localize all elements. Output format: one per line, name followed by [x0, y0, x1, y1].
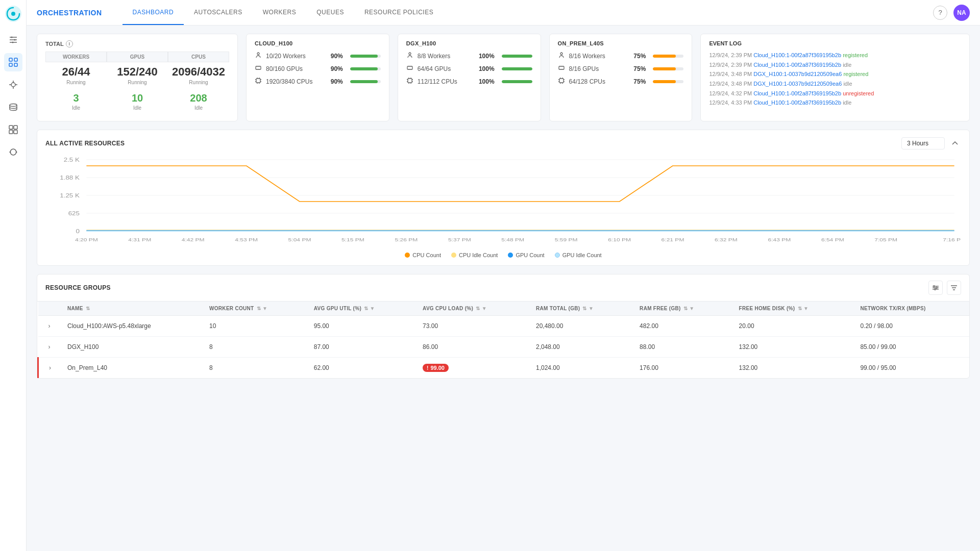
chart-legend: CPU Count CPU Idle Count GPU Count GPU I…	[45, 252, 961, 258]
total-info-icon[interactable]: i	[66, 40, 73, 47]
cloud-h100-workers-row: 10/20 Workers 90%	[255, 52, 381, 60]
sidebar-item-orchestration[interactable]	[4, 53, 22, 71]
event-log-list: 12/9/24, 2:39 PM Cloud_H100:1-00f2a87f36…	[709, 51, 961, 108]
cloud-h100-workers-pct: 90%	[325, 53, 343, 60]
expand-col: ›	[38, 337, 62, 358]
svg-point-57	[936, 287, 938, 289]
workers-icon	[255, 52, 262, 60]
svg-point-56	[934, 286, 935, 287]
worker-count-col: 10	[203, 316, 308, 337]
cloud-h100-gpus-row: 80/160 GPUs 90%	[255, 64, 381, 73]
ram-free-col: 88.00	[633, 337, 732, 358]
top-right-actions: ? NA	[933, 5, 970, 21]
on-prem-gpu-icon	[558, 64, 565, 73]
chart-collapse-button[interactable]	[949, 137, 961, 149]
svg-text:4:20 PM: 4:20 PM	[75, 237, 98, 242]
help-icon[interactable]: ?	[933, 6, 947, 20]
svg-rect-8	[14, 63, 17, 66]
sidebar-item-pipelines[interactable]	[4, 31, 22, 49]
cpus-idle: 208	[168, 89, 229, 105]
svg-point-3	[14, 39, 15, 41]
dgx-h100-cpus-row: 112/112 CPUs 100%	[406, 77, 532, 86]
svg-text:7:05 PM: 7:05 PM	[874, 237, 897, 242]
user-avatar[interactable]: NA	[953, 5, 970, 21]
svg-point-9	[11, 83, 15, 87]
expand-col: ›	[38, 316, 62, 337]
resource-groups-title: RESOURCE GROUPS	[45, 284, 111, 291]
th-network[interactable]: NETWORK Tx/Rx (MBps)	[854, 302, 969, 316]
on-prem-workers-icon	[558, 52, 565, 60]
th-ram-total[interactable]: RAM TOTAL (GB) ⇅ ▼	[530, 302, 633, 316]
avg-gpu-util-col: 95.00	[308, 316, 416, 337]
tab-workers[interactable]: WORKERS	[253, 0, 307, 25]
svg-text:6:43 PM: 6:43 PM	[768, 237, 791, 242]
th-name[interactable]: NAME ⇅	[61, 302, 203, 316]
workers-idle: 3	[45, 89, 107, 105]
name-col: DGX_H100	[61, 337, 203, 358]
legend-gpu-idle-count-label: GPU Idle Count	[562, 252, 602, 258]
svg-rect-18	[256, 66, 261, 69]
cloud-h100-cpus-row: 1920/3840 CPUs 90%	[255, 77, 381, 86]
svg-rect-21	[407, 66, 412, 69]
app-title: ORCHESTRATION	[37, 9, 102, 17]
main-area: ORCHESTRATION DASHBOARD AUTOSCALERS WORK…	[27, 0, 980, 551]
event-log-box: EVENT LOG 12/9/24, 2:39 PM Cloud_H100:1-…	[700, 34, 970, 121]
th-free-home-disk[interactable]: FREE HOME DISK (%) ⇅ ▼	[733, 302, 854, 316]
cloud-h100-gpus-bar	[350, 67, 381, 70]
legend-cpu-count: CPU Count	[405, 252, 441, 258]
on-prem-cpus-label: 64/128 CPUs	[569, 78, 624, 85]
svg-rect-14	[14, 130, 17, 134]
worker-count-col: 8	[203, 358, 308, 379]
svg-rect-11	[9, 126, 13, 129]
svg-text:4:53 PM: 4:53 PM	[235, 237, 258, 242]
tab-autoscalers[interactable]: AUTOSCALERS	[184, 0, 253, 25]
dgx-h100-title: DGX_H100	[406, 40, 532, 46]
expand-button[interactable]: ›	[44, 321, 55, 331]
workers-running: 26/44	[45, 62, 107, 80]
time-range-select[interactable]: 1 Hour 3 Hours 6 Hours 12 Hours 24 Hours	[901, 137, 945, 149]
svg-text:625: 625	[68, 211, 80, 217]
ram-total-col: 20,480.00	[530, 316, 633, 337]
expand-button[interactable]: ›	[45, 363, 55, 373]
resource-groups-filter-button[interactable]	[947, 281, 961, 295]
resource-groups-section: RESOURCE GROUPS	[37, 274, 970, 379]
cpu-icon	[255, 77, 262, 86]
alert-badge: ! 99.00	[423, 364, 449, 372]
th-worker-count[interactable]: WORKER COUNT ⇅ ▼	[203, 302, 308, 316]
legend-gpu-count-label: GPU Count	[516, 252, 544, 258]
svg-text:5:04 PM: 5:04 PM	[288, 237, 311, 242]
sidebar-item-applications[interactable]	[4, 120, 22, 139]
svg-rect-13	[9, 130, 13, 134]
legend-cpu-idle-count-dot	[451, 253, 456, 258]
resource-groups-settings-button[interactable]	[928, 281, 943, 295]
chart-canvas-wrap: 0 625 1.25 K 1.88 K 2.5 K 4:20 PM 4:	[45, 155, 961, 248]
resource-groups-header: RESOURCE GROUPS	[37, 274, 969, 302]
th-ram-free[interactable]: RAM FREE (GB) ⇅ ▼	[633, 302, 732, 316]
table-header: NAME ⇅ WORKER COUNT ⇅ ▼ AVG GPU UTIL (%)…	[38, 302, 970, 316]
cluster-dgx-h100: DGX_H100 8/8 Workers 100% 64/64 GPUs 100…	[398, 34, 541, 121]
svg-rect-7	[9, 63, 12, 66]
svg-text:5:15 PM: 5:15 PM	[341, 237, 364, 242]
tab-dashboard[interactable]: DASHBOARD	[122, 0, 184, 25]
legend-gpu-idle-count-dot	[555, 253, 560, 258]
tab-resource-policies[interactable]: RESOURCE POLICIES	[354, 0, 444, 25]
event-log-item: 12/9/24, 3:48 PM DGX_H100:1-0037b9d21205…	[709, 79, 961, 89]
expand-button[interactable]: ›	[44, 342, 55, 352]
tab-queues[interactable]: QUEUES	[306, 0, 354, 25]
sidebar-item-integrations[interactable]	[4, 143, 22, 161]
legend-cpu-count-label: CPU Count	[412, 252, 441, 258]
legend-cpu-count-dot	[405, 253, 410, 258]
svg-point-10	[10, 104, 17, 107]
svg-point-16	[15, 152, 17, 153]
logo[interactable]	[5, 5, 22, 22]
sidebar-item-models[interactable]	[4, 76, 22, 94]
svg-text:5:37 PM: 5:37 PM	[448, 237, 471, 242]
sidebar-item-datasets[interactable]	[4, 98, 22, 116]
event-log-item: 12/9/24, 2:39 PM Cloud_H100:1-00f2a87f36…	[709, 51, 961, 60]
legend-gpu-count-dot	[508, 253, 513, 258]
cloud-h100-title: CLOUD_H100	[255, 40, 381, 46]
th-avg-gpu-util[interactable]: AVG GPU UTIL (%) ⇅ ▼	[308, 302, 416, 316]
svg-text:6:21 PM: 6:21 PM	[662, 237, 684, 242]
dgx-h100-workers-row: 8/8 Workers 100%	[406, 52, 532, 60]
th-avg-cpu-load[interactable]: AVG CPU LOAD (%) ⇅ ▼	[416, 302, 530, 316]
